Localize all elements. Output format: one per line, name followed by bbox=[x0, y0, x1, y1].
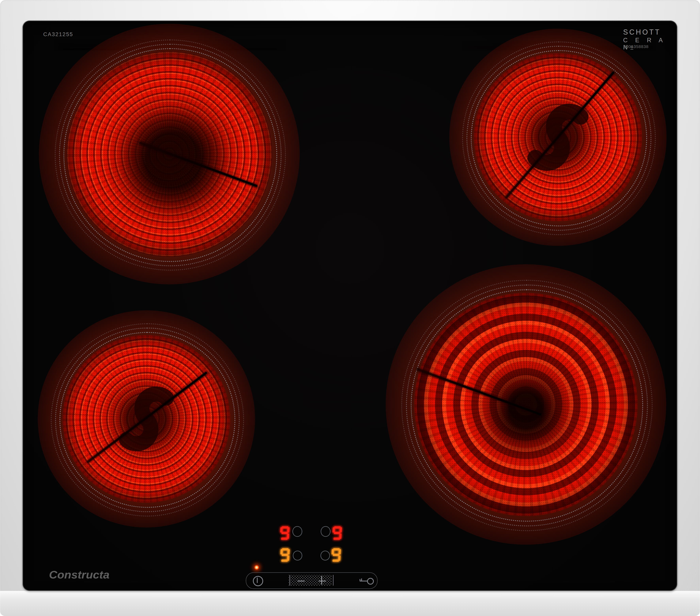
zone-select-front-right[interactable] bbox=[321, 551, 330, 561]
display-front-right-power bbox=[331, 548, 341, 562]
schott-logo-line1: SCHOTT bbox=[623, 28, 677, 36]
model-number: CA321255 bbox=[43, 32, 73, 38]
heating-element-coil bbox=[414, 293, 638, 516]
zone-select-rear-left[interactable] bbox=[292, 526, 302, 537]
key-lock-icon[interactable] bbox=[360, 581, 368, 581]
cooktop-frame: CA321255 SCHOTT C E R A N® 9001358838 Co… bbox=[0, 0, 700, 616]
display-rear-right-power bbox=[332, 526, 342, 540]
frame-bottom-band bbox=[0, 591, 700, 616]
plus-icon[interactable] bbox=[319, 581, 326, 581]
key-lock-tooth bbox=[360, 579, 360, 581]
key-lock-tooth bbox=[361, 578, 362, 581]
power-on-led bbox=[254, 565, 259, 570]
power-icon bbox=[257, 578, 258, 583]
ceramic-glass-surface: CA321255 SCHOTT C E R A N® 9001358838 Co… bbox=[23, 21, 677, 591]
display-rear-left-power bbox=[280, 526, 290, 540]
plus-icon-vertical[interactable] bbox=[321, 576, 322, 584]
key-lock-bow[interactable] bbox=[367, 578, 374, 584]
serial-number: 9001358838 bbox=[624, 44, 649, 49]
constructa-logo: Constructa bbox=[49, 568, 110, 581]
minus-icon[interactable] bbox=[297, 581, 305, 581]
control-divider bbox=[333, 575, 334, 586]
power-button[interactable] bbox=[253, 576, 263, 586]
display-front-left-power bbox=[280, 548, 290, 562]
power-slider-dot-field[interactable] bbox=[289, 575, 332, 586]
zone-select-front-left[interactable] bbox=[293, 551, 302, 561]
zone-select-rear-right[interactable] bbox=[321, 526, 330, 537]
